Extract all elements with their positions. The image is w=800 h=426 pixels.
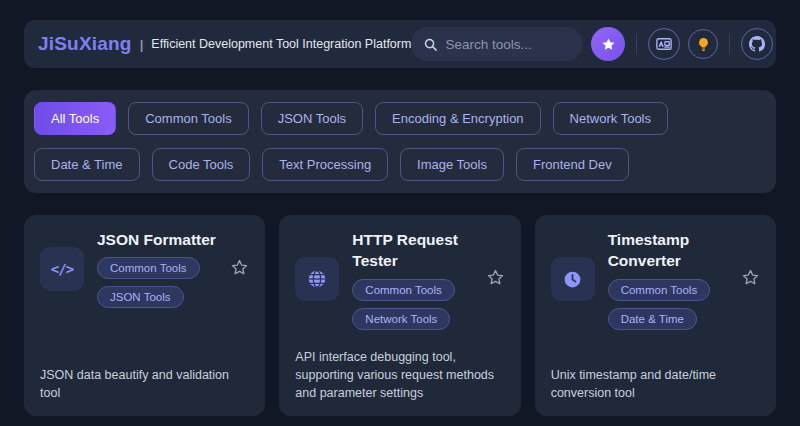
card-title-block: Timestamp Converter Common Tools Date & … (608, 229, 728, 330)
favorite-star-icon[interactable] (230, 258, 249, 280)
tag-badge: Date & Time (608, 308, 697, 330)
filter-chip-common-tools[interactable]: Common Tools (128, 102, 248, 135)
card-title-block: HTTP Request Tester Common Tools Network… (352, 229, 472, 330)
app-logo: JiSuXiang (38, 33, 132, 55)
card-header: HTTP Request Tester Common Tools Network… (295, 229, 504, 330)
header-actions (411, 27, 773, 61)
translate-icon (655, 35, 673, 53)
code-icon: </> (40, 247, 84, 291)
filter-chip-code-tools[interactable]: Code Tools (152, 148, 251, 181)
filter-chip-frontend-dev[interactable]: Frontend Dev (516, 148, 629, 181)
filter-chip-image-tools[interactable]: Image Tools (400, 148, 504, 181)
logo-divider: | (140, 37, 144, 52)
card-title: HTTP Request Tester (352, 229, 472, 272)
language-button[interactable] (648, 28, 680, 60)
header-separator (729, 34, 730, 54)
favorite-star-icon[interactable] (741, 268, 760, 290)
code-glyph: </> (51, 261, 73, 277)
card-title: Timestamp Converter (608, 229, 728, 272)
filter-chip-text-processing[interactable]: Text Processing (262, 148, 388, 181)
github-icon (749, 36, 765, 52)
tag-badge: Network Tools (352, 308, 450, 330)
lightbulb-icon (696, 37, 711, 52)
filter-chip-all-tools[interactable]: All Tools (34, 102, 116, 135)
search-box[interactable] (411, 27, 583, 61)
card-title: JSON Formatter (97, 229, 217, 250)
favorite-star-icon[interactable] (486, 268, 505, 290)
star-icon (601, 37, 616, 52)
header-bar: JiSuXiang | Efficient Development Tool I… (24, 20, 776, 68)
card-title-block: JSON Formatter Common Tools JSON Tools (97, 229, 217, 308)
tag-badge: Common Tools (352, 279, 455, 301)
card-tags: Common Tools Date & Time (608, 279, 728, 330)
github-button[interactable] (741, 28, 773, 60)
header-separator (636, 34, 637, 54)
tool-card-json-formatter[interactable]: </> JSON Formatter Common Tools JSON Too… (24, 215, 265, 416)
theme-button[interactable] (688, 29, 718, 59)
tool-card-timestamp-converter[interactable]: Timestamp Converter Common Tools Date & … (535, 215, 776, 416)
search-input[interactable] (445, 37, 573, 52)
filter-chip-json-tools[interactable]: JSON Tools (261, 102, 363, 135)
search-icon (423, 37, 438, 52)
filter-chip-encoding-encryption[interactable]: Encoding & Encryption (375, 102, 541, 135)
tool-card-http-request-tester[interactable]: HTTP Request Tester Common Tools Network… (279, 215, 520, 416)
card-header: </> JSON Formatter Common Tools JSON Too… (40, 229, 249, 308)
card-header: Timestamp Converter Common Tools Date & … (551, 229, 760, 330)
globe-icon (295, 257, 339, 301)
card-tags: Common Tools Network Tools (352, 279, 472, 330)
card-description: Unix timestamp and date/time conversion … (551, 366, 760, 402)
filter-chip-date-time[interactable]: Date & Time (34, 148, 140, 181)
tag-badge: Common Tools (608, 279, 711, 301)
tag-badge: Common Tools (97, 257, 200, 279)
clock-icon (551, 257, 595, 301)
app-tagline: Efficient Development Tool Integration P… (151, 37, 411, 51)
filter-chip-network-tools[interactable]: Network Tools (553, 102, 668, 135)
card-description: JSON data beautify and validation tool (40, 366, 249, 402)
favorites-button[interactable] (591, 27, 625, 61)
tag-badge: JSON Tools (97, 286, 184, 308)
card-description: API interface debugging tool, supporting… (295, 348, 504, 402)
tool-card-grid: </> JSON Formatter Common Tools JSON Too… (24, 215, 776, 416)
category-filter-bar: All Tools Common Tools JSON Tools Encodi… (24, 90, 776, 193)
card-tags: Common Tools JSON Tools (97, 257, 217, 308)
